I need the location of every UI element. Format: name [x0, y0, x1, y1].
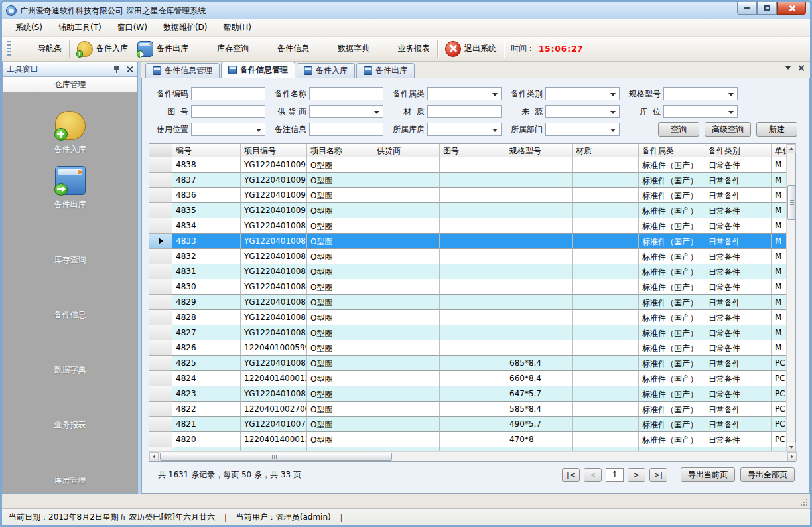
query-button[interactable]: 查询: [658, 122, 699, 137]
row-header-cell[interactable]: [149, 264, 172, 279]
remark-input[interactable]: [309, 123, 383, 136]
page-number-input[interactable]: [606, 468, 624, 482]
minimize-button[interactable]: [737, 2, 757, 15]
toolbar-item-库存查询[interactable]: 库存查询: [193, 39, 253, 59]
table-row[interactable]: 48241220401400012O型圈660*8.4标准件（国产）日常备件PC: [149, 371, 787, 386]
table-row[interactable]: 4838YG12204010093O型圈标准件（国产）日常备件M: [149, 157, 787, 173]
row-header-cell[interactable]: [149, 340, 172, 356]
row-header-cell[interactable]: [149, 310, 172, 325]
supplier-select[interactable]: [309, 105, 383, 118]
new-button[interactable]: 新建: [756, 122, 797, 137]
row-header-cell[interactable]: [149, 432, 172, 447]
column-header-规格型号[interactable]: 规格型号: [506, 144, 573, 157]
bin-location-select[interactable]: [663, 105, 738, 118]
table-row[interactable]: 4835YG12204010090O型圈标准件（国产）日常备件M: [149, 203, 787, 218]
toolbar-item-备件入库[interactable]: 备件入库: [72, 39, 133, 59]
row-header-cell[interactable]: [149, 279, 172, 295]
drawing-no-input[interactable]: [191, 105, 265, 118]
tab-备件信息管理-0[interactable]: 备件信息管理: [145, 63, 220, 78]
table-row[interactable]: 48221220401002700O型圈585*8.4标准件（国产）日常备件PC: [149, 402, 787, 417]
menu-item-帮助(H)[interactable]: 帮助(H): [216, 19, 259, 36]
toolbar-item-导航条[interactable]: 导航条: [14, 39, 66, 59]
sidebar-item-备件信息[interactable]: 备件信息: [31, 276, 110, 321]
prev-page-button[interactable]: <: [584, 468, 602, 482]
row-header-cell[interactable]: [149, 249, 172, 264]
row-header-cell[interactable]: [149, 295, 172, 310]
table-row[interactable]: 4821YG12204010079O型圈490*5.7标准件（国产）日常备件PC: [149, 417, 787, 432]
table-row[interactable]: 4830YG12204010085O型圈标准件（国产）日常备件M: [149, 279, 787, 295]
part-category-select[interactable]: [545, 87, 620, 100]
scroll-up-button[interactable]: [787, 144, 796, 153]
column-header-备件属类[interactable]: 备件属类: [639, 144, 705, 157]
pin-icon[interactable]: [113, 66, 121, 74]
row-header-cell[interactable]: [149, 371, 172, 386]
sidebar-item-业务报表[interactable]: 业务报表: [31, 386, 110, 431]
table-row[interactable]: 4833YG12204010088O型圈标准件（国产）日常备件M: [149, 234, 787, 249]
table-row[interactable]: 4834YG12204010089O型圈标准件（国产）日常备件M: [149, 218, 787, 234]
tab-备件入库-2[interactable]: 备件入库: [297, 63, 355, 78]
table-row[interactable]: 4829YG12204010084O型圈标准件（国产）日常备件M: [149, 295, 787, 310]
toolbar-item-备件出库[interactable]: 备件出库: [133, 39, 193, 59]
table-row[interactable]: 4825YG12204010081O型圈685*8.4标准件（国产）日常备件PC: [149, 356, 787, 371]
scroll-right-button[interactable]: [787, 452, 797, 461]
table-row[interactable]: 4837YG12204010092O型圈标准件（国产）日常备件M: [149, 173, 787, 188]
column-header-备件类别[interactable]: 备件类别: [705, 144, 772, 157]
sidebar-item-库存查询[interactable]: 库存查询: [31, 221, 110, 265]
row-header-cell[interactable]: [149, 234, 172, 249]
advanced-query-button[interactable]: 高级查询: [705, 122, 751, 137]
scroll-down-button[interactable]: [787, 443, 796, 452]
column-header-图号[interactable]: 图号: [440, 144, 506, 157]
table-row[interactable]: 4831YG12204010086O型圈标准件（国产）日常备件M: [149, 264, 787, 279]
row-header-cell[interactable]: [149, 188, 172, 203]
column-header-编号[interactable]: 编号: [172, 144, 241, 157]
part-code-input[interactable]: [191, 87, 265, 100]
toolbar-item-业务报表[interactable]: 业务报表: [374, 39, 435, 59]
first-page-button[interactable]: |<: [562, 468, 580, 482]
part-genus-select[interactable]: [427, 87, 502, 100]
column-header-供货商[interactable]: 供货商: [373, 144, 440, 157]
table-row[interactable]: 4828YG12204010083O型圈标准件（国产）日常备件M: [149, 310, 787, 325]
table-row[interactable]: 4823YG12204010080O型圈647*5.7标准件（国产）日常备件PC: [149, 386, 787, 402]
column-header-项目名称[interactable]: 项目名称: [307, 144, 373, 157]
column-header-单位[interactable]: 单位: [772, 144, 787, 157]
part-name-input[interactable]: [309, 87, 383, 100]
tab-备件信息管理-1[interactable]: 备件信息管理: [221, 62, 295, 78]
tab-list-dropdown-icon[interactable]: [785, 66, 791, 70]
menu-item-数据维护(D)[interactable]: 数据维护(D): [155, 19, 216, 36]
sidebar-close-icon[interactable]: [126, 66, 133, 73]
horizontal-scroll-thumb[interactable]: [160, 453, 392, 461]
export-current-page-button[interactable]: 导出当前页: [681, 467, 735, 482]
row-header-cell[interactable]: [149, 325, 172, 340]
row-header-cell[interactable]: [149, 386, 172, 402]
sidebar-item-库房管理[interactable]: 库房管理: [31, 441, 110, 486]
column-header-材质[interactable]: 材质: [573, 144, 639, 157]
menu-item-辅助工具(T)[interactable]: 辅助工具(T): [50, 19, 109, 36]
tab-close-icon[interactable]: [797, 64, 805, 72]
vertical-scrollbar[interactable]: [786, 144, 795, 452]
table-row[interactable]: 4827YG12204010082O型圈标准件（国产）日常备件M: [149, 325, 787, 340]
export-all-pages-button[interactable]: 导出全部页: [740, 467, 795, 482]
toolbar-item-数据字典[interactable]: 数据字典: [314, 39, 374, 59]
close-button[interactable]: [777, 2, 806, 15]
row-header-cell[interactable]: [149, 402, 172, 417]
column-header-项目编号[interactable]: 项目编号: [241, 144, 307, 157]
spec-model-select[interactable]: [663, 87, 738, 100]
row-header-cell[interactable]: [149, 417, 172, 432]
material-input[interactable]: [427, 105, 502, 118]
department-select[interactable]: [545, 123, 620, 136]
toolbar-item-退出系统[interactable]: 退出系统: [440, 39, 501, 59]
menu-item-系统(S)[interactable]: 系统(S): [7, 19, 50, 36]
row-header-cell[interactable]: [149, 173, 172, 188]
tab-备件出库-3[interactable]: 备件出库: [356, 63, 415, 78]
toolbar-drag-handle[interactable]: [7, 41, 11, 57]
table-row[interactable]: 4836YG12204010091O型圈标准件（国产）日常备件M: [149, 188, 787, 203]
row-header-cell[interactable]: [149, 218, 172, 234]
horizontal-scrollbar[interactable]: [149, 451, 797, 461]
sidebar-item-备件出库[interactable]: 备件出库: [31, 166, 110, 210]
maximize-button[interactable]: [757, 2, 777, 15]
scroll-left-button[interactable]: [149, 452, 159, 461]
row-header-cell[interactable]: [149, 203, 172, 218]
next-page-button[interactable]: >: [628, 468, 645, 482]
sidebar-item-数据字典[interactable]: 数据字典: [31, 331, 110, 376]
sidebar-item-备件入库[interactable]: 备件入库: [31, 111, 110, 155]
